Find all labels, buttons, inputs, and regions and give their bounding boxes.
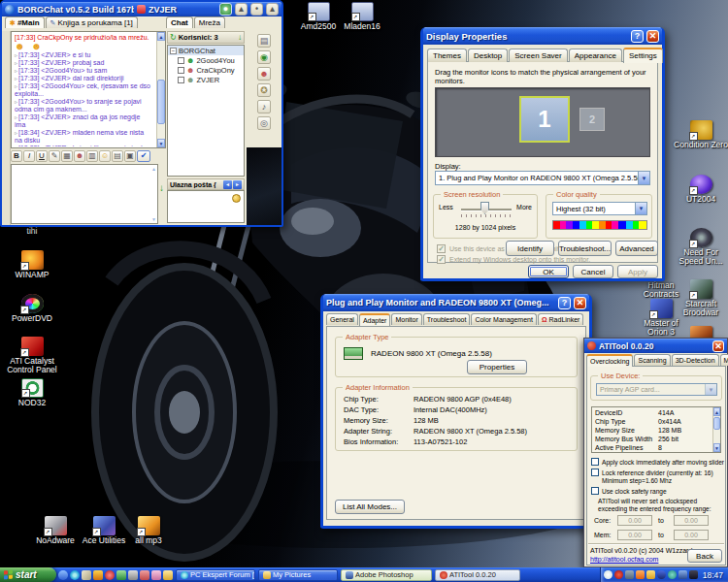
inbox-box[interactable]	[167, 190, 245, 223]
chat-message-area[interactable]: [17:33] CraCkpOny se pridružio/la na mre…	[11, 31, 166, 148]
ati-tray-icon[interactable]	[614, 570, 623, 579]
cancel-button[interactable]: Cancel	[573, 265, 613, 278]
mem-from-input[interactable]	[617, 530, 652, 540]
page-button[interactable]: ▤	[112, 150, 123, 162]
tab-misc[interactable]: Misc	[720, 354, 728, 366]
tab-monitor[interactable]: Monitor	[391, 313, 421, 325]
atitool-titlebar[interactable]: ATITool 0.0.20 ✕	[584, 339, 727, 353]
apply-button[interactable]: Apply	[617, 265, 658, 278]
apply-clock-checkbox[interactable]	[591, 458, 599, 466]
chevron-down-icon[interactable]: ▼	[635, 203, 646, 214]
status-globe-button[interactable]: ●	[219, 3, 232, 16]
device-select[interactable]: Primary AGP card... ▼	[596, 383, 717, 396]
ie-quicklaunch-icon[interactable]	[70, 570, 80, 580]
identify-button[interactable]: Identify	[506, 241, 554, 256]
task-adobe-photoshop[interactable]: Adobe Photoshop	[341, 569, 432, 581]
desktop-icon-powerdvd[interactable]: PowerDVD	[1, 294, 63, 323]
scroll-up-icon[interactable]: ▲	[713, 407, 720, 416]
desktop-icon-mladen16[interactable]: Mladen16	[331, 2, 393, 31]
desktop-icon-nfs-underground[interactable]: Need For Speed Un...	[670, 228, 728, 266]
tree-collapse-icon[interactable]: −	[170, 48, 177, 54]
start-button[interactable]: start	[0, 567, 56, 582]
send-arrow-icon[interactable]: ↓	[159, 182, 164, 193]
nod32-tray-icon[interactable]	[668, 570, 677, 579]
extend-desktop-checkbox[interactable]	[437, 255, 446, 264]
tab-settings[interactable]: Settings	[623, 48, 663, 63]
font-button[interactable]: ✎	[49, 150, 60, 162]
atitool-window[interactable]: ATITool 0.0.20 ✕ Overclocking Scanning 3…	[583, 338, 728, 567]
help-button[interactable]: ?	[558, 297, 571, 309]
close-button[interactable]: ✕	[712, 340, 724, 352]
safety-range-checkbox[interactable]	[591, 487, 599, 495]
user-checkbox[interactable]	[178, 67, 184, 74]
media-player-icon[interactable]	[105, 570, 115, 580]
image-button[interactable]: ▣	[124, 150, 136, 162]
display-tray-icon[interactable]	[625, 570, 634, 579]
monitor-2[interactable]: 2	[579, 108, 605, 131]
tab-color-management[interactable]: Color Management	[471, 313, 537, 325]
adapter-titlebar[interactable]: Plug and Play Monitor and RADEON 9800 XT…	[323, 294, 589, 311]
task-atitool[interactable]: ATITool 0.0.20	[435, 569, 520, 581]
inbox-bar[interactable]: Ulazna pošta { ◄ ►	[167, 178, 245, 190]
network-tray-icon[interactable]	[678, 570, 687, 579]
tab-troubleshoot[interactable]: Troubleshoot	[423, 313, 471, 325]
smiley-button[interactable]: ☺	[99, 150, 111, 162]
advanced-button[interactable]: Advanced	[615, 241, 658, 256]
users-icon[interactable]: ☻	[257, 67, 271, 81]
italic-button[interactable]: I	[23, 150, 35, 162]
dock-button[interactable]: ▴	[266, 3, 279, 16]
lock-icon[interactable]: ◉	[257, 50, 271, 64]
webcam-icon[interactable]: ◎	[257, 116, 271, 130]
join-arrow-icon[interactable]: ↓	[238, 33, 242, 42]
display-properties-titlebar[interactable]: Display Properties ? ✕	[423, 27, 662, 45]
borgchat-titlebar[interactable]: BORGChat v0.5.2 Build 167b ZVJER ● ▴ • ▴	[2, 2, 281, 16]
tab-3d-detection[interactable]: 3D-Detection	[672, 354, 719, 366]
desktop-icon-winamp[interactable]: WINAMP	[1, 250, 63, 279]
color-button[interactable]: ▦	[61, 150, 73, 162]
hide-icons-arrow[interactable]	[604, 570, 612, 579]
tab-adapter[interactable]: Adapter	[359, 313, 391, 326]
pin-button[interactable]: •	[250, 3, 263, 16]
badge-icon[interactable]: ✪	[257, 83, 271, 97]
chat-scrollbar[interactable]: ▲ ▼	[156, 32, 165, 147]
display-select[interactable]: 1. Plug and Play Monitor on RADEON 9800 …	[435, 171, 650, 185]
mail-quicklaunch-icon[interactable]	[140, 570, 149, 580]
primary-monitor-checkbox[interactable]	[437, 244, 446, 253]
close-button[interactable]: ✕	[574, 297, 586, 309]
send-button[interactable]: ✔	[137, 150, 150, 162]
desktop-icon-ati-catalyst[interactable]: ATI Catalyst Control Panel	[1, 337, 63, 374]
mem-to-input[interactable]	[674, 530, 709, 540]
core-to-input[interactable]	[674, 515, 709, 526]
paint-quicklaunch-icon[interactable]	[151, 570, 161, 580]
toolbar-grip[interactable]	[2, 31, 11, 225]
borgchat-window[interactable]: BORGChat v0.5.2 Build 167b ZVJER ● ▴ • ▴…	[0, 0, 283, 227]
user-row[interactable]: ☻ CraCkpOny	[168, 65, 244, 75]
tab-network[interactable]: Mreža	[194, 16, 225, 28]
tab-general[interactable]: General	[326, 313, 358, 325]
properties-button[interactable]: Properties	[467, 360, 527, 374]
msn-tray-icon[interactable]	[636, 570, 645, 579]
tree-root[interactable]: − BORGChat	[168, 46, 244, 55]
user-button[interactable]: ☻	[74, 150, 85, 162]
back-button[interactable]: Back	[687, 549, 722, 563]
help-button[interactable]: ?	[631, 30, 644, 43]
explorer-quicklaunch-icon[interactable]	[128, 570, 138, 580]
tab-scanning[interactable]: Scanning	[634, 354, 670, 366]
desktop-icon-condition-zero[interactable]: Condition Zero	[670, 120, 728, 149]
firewall-tray-icon[interactable]	[657, 570, 666, 579]
tab-overclocking[interactable]: Overclocking	[586, 354, 633, 367]
refresh-icon[interactable]: ↻	[170, 33, 177, 42]
footer-link[interactable]: http://atitool.ocfaq.com	[590, 556, 658, 563]
core-from-input[interactable]	[617, 515, 652, 526]
resolution-slider-thumb[interactable]	[480, 202, 489, 214]
user-row[interactable]: ☻ ZVJER	[168, 75, 244, 84]
messenger-quicklaunch-icon[interactable]	[58, 570, 68, 580]
tab-radlinker[interactable]: Ω RadLinker	[538, 313, 584, 325]
volume-tray-icon[interactable]	[646, 570, 655, 579]
task-my-pictures[interactable]: My Pictures	[258, 569, 338, 581]
desktop-icon-nod32[interactable]: NOD32	[1, 378, 63, 407]
tab-screensaver[interactable]: Screen Saver	[509, 48, 567, 62]
bold-button[interactable]: B	[11, 150, 22, 162]
monitor-1[interactable]: 1	[519, 96, 570, 143]
roll-up-button[interactable]: ▴	[235, 3, 248, 16]
